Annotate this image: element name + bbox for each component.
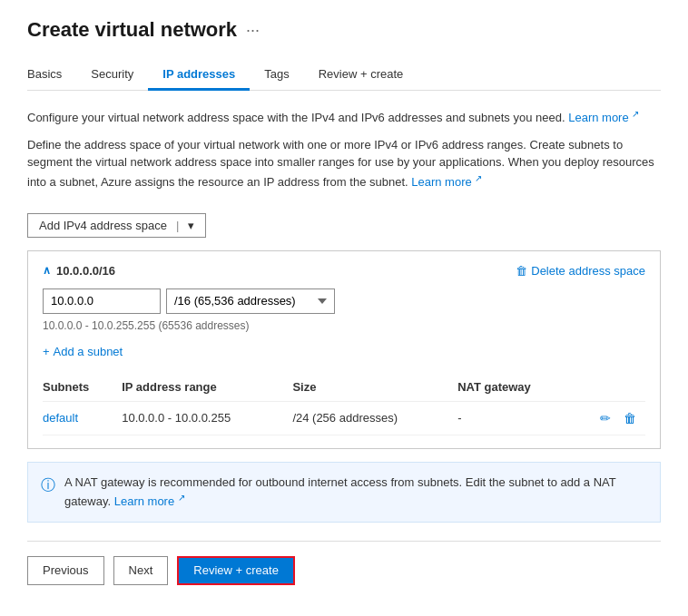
address-space-card: ∧ 10.0.0.0/16 🗑 Delete address space /16… [27,250,661,449]
cidr-select[interactable]: /16 (65,536 addresses) /8 (16,777,216 ad… [166,288,335,314]
subnet-nat: - [457,401,575,435]
footer-buttons: Previous Next Review + create [27,556,661,585]
table-row: default 10.0.0.0 - 10.0.0.255 /24 (256 a… [43,401,645,435]
address-inputs-row: /16 (65,536 addresses) /8 (16,777,216 ad… [43,288,645,314]
col-header-size: Size [292,375,457,402]
tab-ip-addresses[interactable]: IP addresses [148,60,250,91]
tab-basics[interactable]: Basics [27,60,76,91]
delete-address-space-link[interactable]: 🗑 Delete address space [516,264,645,278]
description-1: Configure your virtual network address s… [27,107,661,127]
col-header-subnets: Subnets [43,375,122,402]
subnets-table: Subnets IP address range Size NAT gatewa… [43,375,645,435]
learn-more-link-1[interactable]: Learn more ↗ [568,111,639,124]
review-create-button[interactable]: Review + create [177,556,295,585]
ip-address-input[interactable] [43,288,161,314]
page-title: Create virtual network [27,18,237,42]
plus-icon: + [43,345,50,358]
delete-subnet-button[interactable]: 🗑 [622,409,638,427]
description-2: Define the address space of your virtual… [27,136,661,191]
previous-button[interactable]: Previous [27,556,104,585]
subnet-name-link[interactable]: default [43,411,78,425]
collapse-icon[interactable]: ∧ [43,264,51,277]
subnet-size: /24 (256 addresses) [292,401,457,435]
nat-ext-link-icon: ↗ [178,493,185,503]
trash-icon: 🗑 [516,264,527,278]
nat-learn-more-link[interactable]: Learn more ↗ [114,494,185,508]
row-action-icons: ✏ 🗑 [576,409,638,427]
next-button[interactable]: Next [113,556,169,585]
add-subnet-button[interactable]: + Add a subnet [43,341,123,362]
edit-subnet-button[interactable]: ✏ [598,409,613,427]
tab-tags[interactable]: Tags [250,60,303,91]
footer-divider [27,541,661,542]
add-ipv4-button[interactable]: Add IPv4 address space | ▾ [27,213,206,238]
address-range-text: 10.0.0.0 - 10.0.255.255 (65536 addresses… [43,319,645,332]
col-header-ip-range: IP address range [122,375,292,402]
ext-link-icon-1: ↗ [632,109,639,119]
subnet-ip-range: 10.0.0.0 - 10.0.0.255 [122,401,292,435]
button-divider: | [176,219,179,232]
address-space-header: ∧ 10.0.0.0/16 🗑 Delete address space [43,264,645,278]
dropdown-chevron-icon: ▾ [188,219,194,232]
learn-more-link-2[interactable]: Learn more ↗ [411,175,482,189]
tabs-row: Basics Security IP addresses Tags Review… [27,60,661,91]
ellipsis-menu-icon[interactable]: ··· [246,21,260,40]
address-space-title: ∧ 10.0.0.0/16 [43,264,115,278]
tab-review-create[interactable]: Review + create [304,60,418,91]
nat-notice: ⓘ A NAT gateway is recommended for outbo… [27,462,661,523]
col-header-nat: NAT gateway [457,375,575,402]
info-icon: ⓘ [41,474,55,496]
ext-link-icon-2: ↗ [475,173,482,183]
tab-security[interactable]: Security [76,60,148,91]
